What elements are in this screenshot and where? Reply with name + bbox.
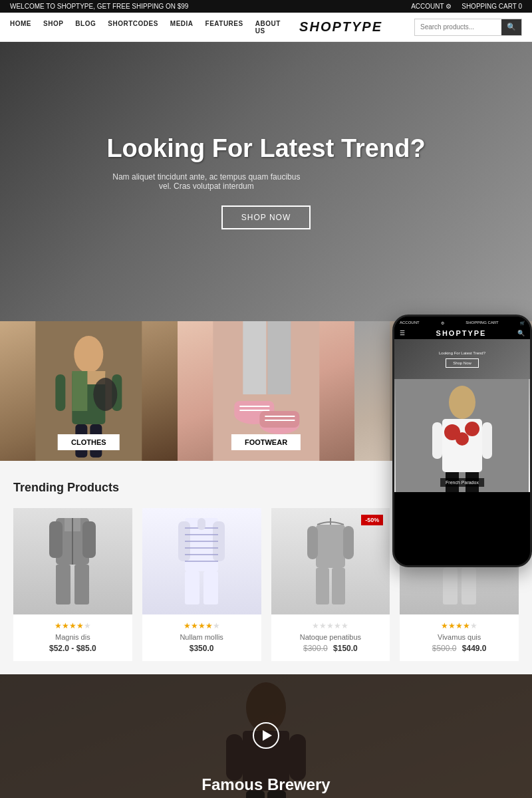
mobile-product-label: French Paradox	[440, 478, 484, 487]
svg-rect-56	[203, 571, 218, 604]
mobile-top-bar: ACCOUNT ⚙ SHOPPING CART 🛒	[394, 317, 530, 327]
category-footwear[interactable]: Footwear	[178, 321, 355, 461]
top-bar: WELCOME TO SHOPTYPE, GET FREE SHIPPING O…	[0, 0, 532, 13]
nav-links: HOME SHOP BLOG SHORTCODES MEDIA FEATURES…	[10, 20, 281, 35]
svg-rect-58	[316, 525, 345, 568]
nav-blog[interactable]: BLOG	[75, 20, 96, 35]
hero-content: Looking For Latest Trend? Nam aliquet ti…	[106, 134, 425, 229]
svg-point-33	[465, 422, 479, 436]
svg-rect-44	[74, 565, 89, 604]
product-card: -50% ★★★★★ Natoque penatibus $300.	[271, 508, 390, 661]
svg-rect-16	[259, 411, 299, 428]
product-price: $500.0 $449.0	[406, 644, 512, 653]
nav-features[interactable]: FEATURES	[205, 20, 243, 35]
mobile-mockup: ACCOUNT ⚙ SHOPPING CART 🛒 ☰ SHOPTYPE 🔍 L…	[392, 315, 532, 567]
category-clothes[interactable]: Clothes	[0, 321, 178, 461]
nav-shop[interactable]: SHOP	[43, 20, 63, 35]
video-title: Famous Brewery	[201, 775, 330, 794]
nav-home[interactable]: HOME	[10, 20, 31, 35]
svg-rect-12	[267, 321, 291, 394]
product-rating: ★★★★★	[20, 621, 126, 630]
mobile-logo: SHOPTYPE	[436, 329, 487, 337]
svg-rect-55	[185, 571, 200, 604]
product-rating: ★★★★★	[278, 621, 384, 630]
svg-rect-11	[243, 321, 266, 394]
svg-rect-35	[482, 422, 492, 459]
product-image	[142, 508, 261, 614]
svg-rect-71	[443, 568, 458, 604]
product-info: ★★★★★ Vivamus quis $500.0 $449.0	[400, 614, 519, 661]
product-image	[13, 508, 132, 614]
category-section: Clothes	[0, 321, 532, 461]
play-button[interactable]	[253, 722, 279, 749]
sale-badge: -50%	[361, 515, 383, 525]
svg-point-1	[74, 336, 103, 373]
svg-rect-61	[316, 568, 329, 604]
mobile-screen: ACCOUNT ⚙ SHOPPING CART 🛒 ☰ SHOPTYPE 🔍 L…	[394, 317, 530, 565]
svg-rect-34	[432, 422, 442, 459]
product-price: $300.0 $150.0	[278, 644, 384, 653]
mobile-shop-now-button[interactable]: Shop Now	[446, 358, 479, 368]
product-name: Natoque penatibus	[278, 633, 384, 641]
hero-headline: Looking For Latest Trend?	[106, 134, 425, 163]
mobile-account: ACCOUNT	[400, 321, 420, 325]
product-info: ★★★★★ Natoque penatibus $300.0 $150.0	[271, 614, 390, 661]
nav-media[interactable]: MEDIA	[170, 20, 194, 35]
mobile-hero: Looking For Latest Trend? Shop Now	[394, 339, 530, 379]
footwear-label: Footwear	[231, 434, 301, 450]
svg-rect-76	[226, 734, 243, 781]
product-info: ★★★★★ Nullam mollis $350.0	[142, 614, 261, 661]
original-price: $500.0	[432, 644, 457, 653]
video-section: Famous Brewery	[0, 674, 532, 798]
product-name: Magnis dis	[20, 633, 126, 641]
product-card: ★★★★★ Nullam mollis $350.0	[142, 508, 261, 661]
mobile-product-image: French Paradox	[394, 379, 530, 492]
product-info: ★★★★★ Magnis dis $52.0 - $85.0	[13, 614, 132, 661]
nav-search-area: 🔍	[401, 19, 522, 36]
svg-rect-43	[56, 565, 70, 604]
hero-cta-button[interactable]: Shop Now	[221, 205, 311, 229]
account-link[interactable]: ACCOUNT ⚙	[411, 3, 452, 10]
svg-rect-60	[343, 526, 354, 559]
product-rating: ★★★★★	[149, 621, 255, 630]
product-image: -50%	[271, 508, 390, 614]
original-price: $300.0	[303, 644, 328, 653]
svg-rect-40	[82, 521, 96, 558]
nav-about[interactable]: ABOUT US	[255, 20, 281, 35]
svg-rect-62	[332, 568, 345, 604]
svg-point-32	[456, 432, 469, 446]
cart-count: 0	[518, 3, 522, 10]
navbar: HOME SHOP BLOG SHORTCODES MEDIA FEATURES…	[0, 13, 532, 42]
svg-rect-59	[307, 526, 318, 559]
svg-point-29	[449, 386, 475, 419]
svg-rect-39	[49, 521, 63, 558]
product-name: Vivamus quis	[406, 633, 512, 641]
cart-link[interactable]: SHOPPING CART 0	[462, 3, 522, 10]
mobile-cart: SHOPPING CART	[466, 321, 499, 325]
trending-title: Trending Products	[13, 481, 119, 495]
product-price: $350.0	[149, 644, 255, 653]
svg-point-7	[93, 378, 117, 411]
svg-rect-54	[198, 518, 205, 530]
product-card: ★★★★★ Magnis dis $52.0 - $85.0	[13, 508, 132, 661]
product-name: Nullam mollis	[149, 633, 255, 641]
top-bar-right: ACCOUNT ⚙ SHOPPING CART 0	[411, 3, 522, 10]
search-button[interactable]: 🔍	[501, 19, 521, 35]
site-logo: SHOPTYPE	[281, 19, 402, 35]
product-rating: ★★★★★	[406, 621, 512, 630]
clothes-label: Clothes	[58, 434, 120, 450]
welcome-text: WELCOME TO SHOPTYPE, GET FREE SHIPPING O…	[10, 3, 188, 10]
hero-subtext: Nam aliquet tincidunt ante, ac tempus qu…	[106, 172, 306, 191]
search-box: 🔍	[414, 19, 522, 36]
svg-rect-77	[289, 734, 306, 781]
nav-shortcodes[interactable]: SHORTCODES	[108, 20, 158, 35]
svg-rect-5	[55, 374, 65, 411]
product-price: $52.0 - $85.0	[20, 644, 126, 653]
svg-rect-3	[72, 371, 87, 411]
mobile-tagline: Looking For Latest Trend?	[432, 351, 492, 355]
svg-rect-72	[462, 568, 476, 604]
search-input[interactable]	[415, 19, 501, 35]
hero-section: Looking For Latest Trend? Nam aliquet ti…	[0, 42, 532, 321]
